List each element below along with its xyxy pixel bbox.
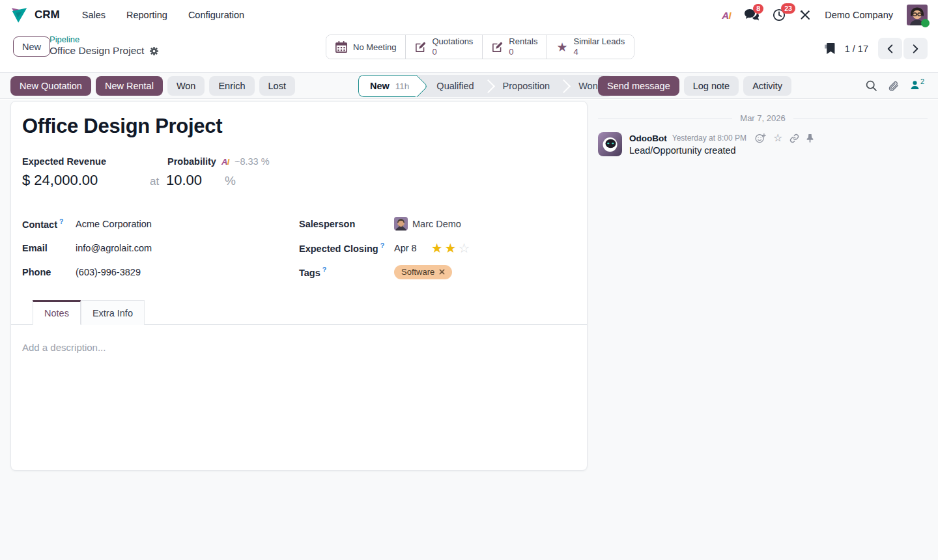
stat-button-similar-leads[interactable]: ★ Similar Leads 4 <box>547 35 634 59</box>
stat-count: 0 <box>432 47 436 57</box>
tags-label: Tags? <box>299 266 394 278</box>
menu-configuration[interactable]: Configuration <box>188 10 244 20</box>
message-body: Lead/Opportunity created <box>629 145 814 156</box>
star-message-icon[interactable]: ☆ <box>773 133 782 143</box>
expected-closing-label: Expected Closing? <box>299 242 394 254</box>
activities-badge: 23 <box>781 3 795 14</box>
stage-pipeline: New 11h Qualified Proposition Won <box>358 75 612 97</box>
new-rental-button[interactable]: New Rental <box>96 76 163 96</box>
won-button[interactable]: Won <box>167 76 205 96</box>
stat-label: Rentals <box>509 36 537 47</box>
tools-icon[interactable] <box>799 9 811 21</box>
odoobot-avatar <box>598 132 622 156</box>
remove-tag-icon[interactable] <box>439 269 445 275</box>
probability-ai-hint: ~8.33 % <box>234 156 270 167</box>
expected-closing-input[interactable]: Apr 8 <box>394 243 417 253</box>
stat-button-meeting[interactable]: No Meeting <box>326 35 405 59</box>
stage-new[interactable]: New 11h <box>358 75 417 97</box>
stat-label: Similar Leads <box>573 36 625 47</box>
link-icon[interactable] <box>789 133 799 143</box>
form-sheet: Office Design Project Expected Revenue P… <box>10 101 588 471</box>
priority-stars: ★ ★ ☆ <box>431 242 470 255</box>
new-quotation-button[interactable]: New Quotation <box>10 76 91 96</box>
chatter-panel: Mar 7, 2026 <box>598 100 928 156</box>
tags-field-row: Tags? Software <box>299 264 576 279</box>
message-author[interactable]: OdooBot <box>629 133 667 143</box>
help-marker: ? <box>59 217 63 225</box>
pin-icon[interactable] <box>806 133 814 143</box>
priority-star[interactable]: ★ <box>431 242 443 255</box>
expected-closing-field-row: Expected Closing? Apr 8 ★ ★ ☆ <box>299 240 576 255</box>
email-input[interactable]: info@agrolait.com <box>76 243 152 253</box>
priority-star[interactable]: ☆ <box>459 242 470 255</box>
tag-software[interactable]: Software <box>394 265 452 279</box>
probability-input[interactable]: 10.00 <box>166 172 202 189</box>
breadcrumb-parent-link[interactable]: Pipeline <box>50 35 159 44</box>
user-avatar[interactable] <box>907 5 928 25</box>
gear-icon[interactable] <box>149 46 159 56</box>
activity-button[interactable]: Activity <box>743 76 791 96</box>
pager-previous-button[interactable] <box>878 38 902 59</box>
stat-buttons: No Meeting Quotations 0 Ren <box>326 35 634 59</box>
email-field-row: Email info@agrolait.com <box>22 240 299 255</box>
bookmark-icon[interactable] <box>825 43 835 54</box>
stat-count: 0 <box>509 47 513 57</box>
message-toolbar: ☆ <box>755 133 814 143</box>
activities-clock-icon[interactable]: 23 <box>773 8 786 21</box>
breadcrumb-current: Office Design Project <box>50 45 144 57</box>
expected-revenue-input[interactable]: $ 24,000.00 <box>22 172 98 189</box>
contact-input[interactable]: Acme Corporation <box>76 219 152 229</box>
stat-count: 4 <box>573 47 578 57</box>
salesperson-label: Salesperson <box>299 219 394 229</box>
followers-button[interactable]: 2 <box>910 80 924 90</box>
stat-button-rentals[interactable]: Rentals 0 <box>482 35 547 59</box>
chatter-message: OdooBot Yesterday at 8:00 PM <box>598 132 928 156</box>
main-menus: Sales Reporting Configuration <box>82 10 244 20</box>
lost-button[interactable]: Lost <box>259 76 295 96</box>
stage-qualified[interactable]: Qualified <box>417 75 488 97</box>
messages-icon[interactable]: 8 <box>745 9 759 21</box>
contact-field-row: Contact? Acme Corporation <box>22 216 299 231</box>
tab-notes[interactable]: Notes <box>33 300 81 325</box>
new-record-button[interactable]: New <box>13 36 50 57</box>
tag-text: Software <box>401 267 434 277</box>
edit-note-icon <box>415 42 426 53</box>
menu-reporting[interactable]: Reporting <box>126 10 167 20</box>
company-switcher[interactable]: Demo Company <box>825 10 893 20</box>
priority-star[interactable]: ★ <box>445 242 457 255</box>
ai-icon[interactable]: AI <box>722 10 731 21</box>
email-label: Email <box>22 243 76 253</box>
search-messages-icon[interactable] <box>866 80 877 91</box>
top-navbar: CRM Sales Reporting Configuration AI 8 2… <box>0 0 938 30</box>
notebook-tabs: Notes Extra Info <box>11 300 587 325</box>
pager-next-button[interactable] <box>903 38 928 59</box>
add-reaction-icon[interactable] <box>755 133 766 143</box>
phone-input[interactable]: (603)-996-3829 <box>76 267 141 277</box>
tab-extra-info[interactable]: Extra Info <box>81 300 145 325</box>
menu-sales[interactable]: Sales <box>82 10 106 20</box>
stat-button-quotations[interactable]: Quotations 0 <box>405 35 482 59</box>
salesperson-field-row: Salesperson Marc Demo <box>299 216 576 231</box>
date-divider: Mar 7, 2026 <box>598 113 928 123</box>
online-status-dot <box>921 19 930 27</box>
stat-label: Quotations <box>432 36 473 47</box>
date-divider-text: Mar 7, 2026 <box>740 113 785 123</box>
stage-label: New <box>370 81 390 91</box>
messages-badge: 8 <box>753 4 763 14</box>
app-name[interactable]: CRM <box>35 8 60 21</box>
phone-field-row: Phone (603)-996-3829 <box>22 264 299 279</box>
stage-duration: 11h <box>395 81 410 91</box>
enrich-button[interactable]: Enrich <box>209 76 254 96</box>
description-input[interactable]: Add a description... <box>22 342 576 353</box>
followers-count: 2 <box>920 77 924 85</box>
app-brand[interactable]: CRM <box>10 7 60 23</box>
stage-proposition[interactable]: Proposition <box>489 75 565 97</box>
attachment-paperclip-icon[interactable] <box>888 80 899 92</box>
pager: 1 / 17 <box>825 38 928 59</box>
send-message-button[interactable]: Send message <box>598 76 679 96</box>
log-note-button[interactable]: Log note <box>684 76 739 96</box>
breadcrumb: Pipeline Office Design Project <box>50 35 159 57</box>
salesperson-input[interactable]: Marc Demo <box>394 217 461 231</box>
opportunity-title-input[interactable]: Office Design Project <box>22 115 576 137</box>
salesperson-avatar <box>394 217 408 231</box>
